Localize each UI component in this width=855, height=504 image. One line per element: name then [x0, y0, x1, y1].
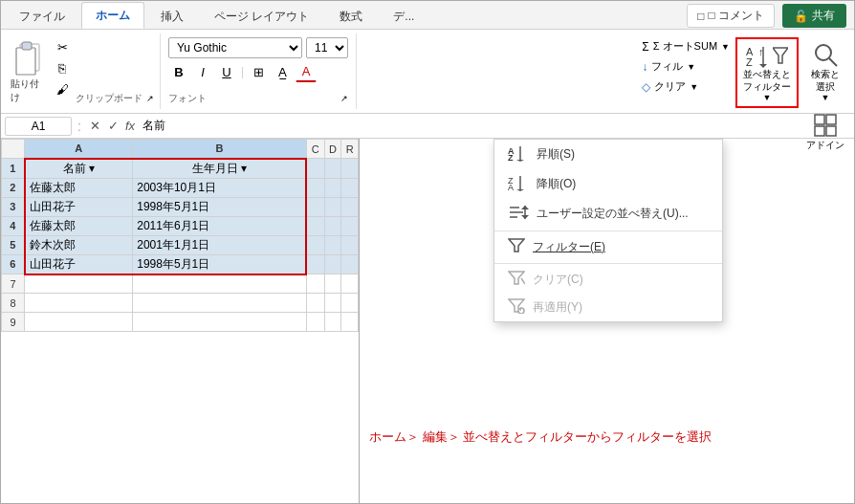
- fill-dropdown-icon[interactable]: ▼: [687, 62, 695, 72]
- share-button[interactable]: 🔓 共有: [782, 4, 846, 28]
- cell-7-a[interactable]: [25, 274, 133, 294]
- custom-sort-item[interactable]: ユーザー設定の並べ替え(U)...: [494, 199, 722, 229]
- cell-reference-input[interactable]: [5, 117, 72, 136]
- search-dropdown-icon[interactable]: ▼: [822, 93, 830, 102]
- cell-9-b[interactable]: [133, 313, 307, 332]
- font-name-select[interactable]: Yu Gothic: [168, 37, 302, 58]
- cell-8-b[interactable]: [133, 294, 307, 313]
- comment-button[interactable]: □ □ コメント: [687, 4, 775, 28]
- cell-2-a[interactable]: 佐藤太郎: [25, 178, 133, 197]
- font-size-select[interactable]: 11: [306, 37, 348, 58]
- sort-ascending-item[interactable]: A Z 昇順(S): [494, 140, 722, 169]
- border-button[interactable]: ⊞: [248, 61, 269, 82]
- font-color-button[interactable]: A: [296, 61, 317, 82]
- cell-5-b[interactable]: 2001年1月1日: [133, 235, 307, 254]
- cell-9-a[interactable]: [25, 313, 133, 332]
- clear-button[interactable]: ◇ クリア ▼: [638, 77, 734, 96]
- confirm-formula-button[interactable]: ✓: [105, 119, 121, 133]
- cell-4-b[interactable]: 2011年6月1日: [133, 216, 307, 235]
- tab-home[interactable]: ホーム: [81, 2, 144, 29]
- cell-1-a[interactable]: 名前 ▾: [25, 159, 133, 179]
- cell-7-c[interactable]: [306, 274, 324, 294]
- autosum-dropdown-icon[interactable]: ▼: [721, 42, 730, 52]
- cell-6-b[interactable]: 1998年5月1日: [133, 254, 307, 274]
- cell-6-c[interactable]: [306, 254, 324, 274]
- col-header-c[interactable]: C: [306, 140, 324, 159]
- row-header-2[interactable]: 2: [2, 178, 25, 197]
- cell-1-b[interactable]: 生年月日 ▾: [133, 159, 307, 179]
- tab-insert[interactable]: 挿入: [146, 3, 198, 29]
- clear-dropdown-icon[interactable]: ▼: [690, 82, 698, 92]
- col-header-a[interactable]: A: [25, 140, 133, 159]
- cell-1-c[interactable]: [306, 159, 324, 179]
- formula-input[interactable]: [142, 120, 850, 133]
- cell-4-c[interactable]: [306, 216, 324, 235]
- row-header-6[interactable]: 6: [2, 254, 25, 274]
- cell-3-d[interactable]: [324, 197, 341, 216]
- spreadsheet[interactable]: A B C D R 1名前 ▾生年月日 ▾2佐藤太郎2003年10月1日3山田花…: [1, 139, 360, 503]
- row-header-1[interactable]: 1: [2, 159, 25, 179]
- cell-6-r[interactable]: [341, 254, 359, 274]
- sort-filter-button[interactable]: A Z ↑ 並べ替えとフィルター ▼: [735, 37, 799, 108]
- autosum-button[interactable]: Σ Σ オートSUM ▼: [638, 37, 734, 55]
- cancel-formula-button[interactable]: ✕: [87, 119, 103, 133]
- cell-9-d[interactable]: [324, 313, 341, 332]
- tab-page-layout[interactable]: ページ レイアウト: [200, 3, 323, 29]
- row-header-7[interactable]: 7: [2, 274, 25, 294]
- cell-2-d[interactable]: [324, 178, 341, 197]
- row-header-4[interactable]: 4: [2, 216, 25, 235]
- fill-color-button[interactable]: A̲: [272, 61, 293, 82]
- cell-3-a[interactable]: 山田花子: [25, 197, 133, 216]
- font-expand-icon[interactable]: ↗: [340, 94, 348, 103]
- insert-function-button[interactable]: fx: [123, 119, 141, 133]
- cell-7-r[interactable]: [341, 274, 359, 294]
- row-header-8[interactable]: 8: [2, 294, 25, 313]
- clipboard-expand-icon[interactable]: ↗: [146, 94, 154, 103]
- italic-button[interactable]: I: [192, 61, 213, 82]
- cell-1-d[interactable]: [324, 159, 341, 179]
- bold-button[interactable]: B: [168, 61, 189, 82]
- cell-3-r[interactable]: [341, 197, 359, 216]
- cell-6-d[interactable]: [324, 254, 341, 274]
- cell-5-r[interactable]: [341, 235, 359, 254]
- cell-8-a[interactable]: [25, 294, 133, 313]
- underline-button[interactable]: U: [216, 61, 237, 82]
- cell-3-c[interactable]: [306, 197, 324, 216]
- cell-9-c[interactable]: [306, 313, 324, 332]
- cell-6-a[interactable]: 山田花子: [25, 254, 133, 274]
- cell-8-d[interactable]: [324, 294, 341, 313]
- cell-5-a[interactable]: 鈴木次郎: [25, 235, 133, 254]
- cell-7-d[interactable]: [324, 274, 341, 294]
- cell-4-r[interactable]: [341, 216, 359, 235]
- row-header-3[interactable]: 3: [2, 197, 25, 216]
- col-header-b[interactable]: B: [133, 140, 307, 159]
- col-header-r[interactable]: R: [341, 140, 359, 159]
- row-header-9[interactable]: 9: [2, 313, 25, 332]
- paste-button[interactable]: 貼り付け: [7, 37, 49, 106]
- cell-8-c[interactable]: [306, 294, 324, 313]
- cell-3-b[interactable]: 1998年5月1日: [133, 197, 307, 216]
- cell-9-r[interactable]: [341, 313, 359, 332]
- tab-file[interactable]: ファイル: [5, 3, 79, 29]
- cell-2-r[interactable]: [341, 178, 359, 197]
- sort-descending-item[interactable]: Z A 降順(O): [494, 169, 722, 199]
- filter-item[interactable]: フィルター(E): [494, 233, 722, 261]
- search-select-button[interactable]: 検索と選択 ▼: [800, 37, 850, 106]
- cell-5-c[interactable]: [306, 235, 324, 254]
- cell-8-r[interactable]: [341, 294, 359, 313]
- fill-button[interactable]: ↓ フィル ▼: [638, 57, 734, 76]
- cell-5-d[interactable]: [324, 235, 341, 254]
- tab-formula[interactable]: 数式: [325, 3, 377, 29]
- cell-1-r[interactable]: [341, 159, 359, 179]
- cell-2-c[interactable]: [306, 178, 324, 197]
- cell-7-b[interactable]: [133, 274, 307, 294]
- col-header-d[interactable]: D: [324, 140, 341, 159]
- sort-filter-dropdown-icon[interactable]: ▼: [763, 93, 772, 102]
- row-header-5[interactable]: 5: [2, 235, 25, 254]
- copy-button[interactable]: ⎘: [51, 58, 74, 77]
- cell-4-d[interactable]: [324, 216, 341, 235]
- cell-4-a[interactable]: 佐藤太郎: [25, 216, 133, 235]
- cut-button[interactable]: ✂: [51, 37, 74, 56]
- tab-data[interactable]: デ...: [379, 3, 428, 29]
- cell-2-b[interactable]: 2003年10月1日: [133, 178, 307, 197]
